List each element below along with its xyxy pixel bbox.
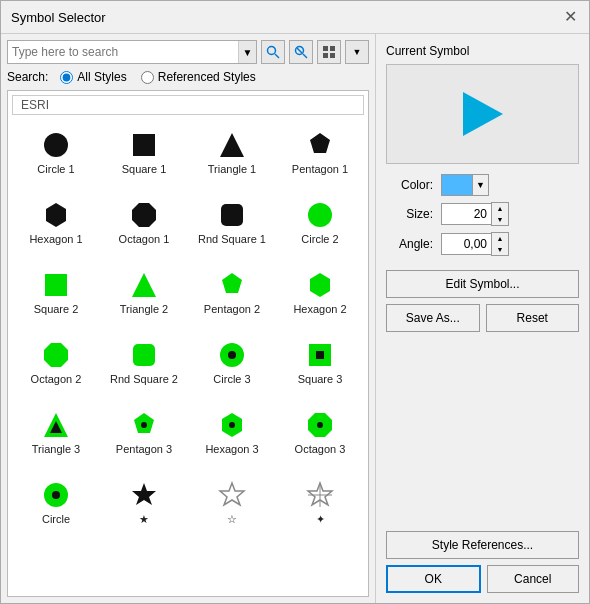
- symbol-icon: [218, 481, 246, 509]
- svg-rect-7: [323, 53, 328, 58]
- current-symbol-icon: [453, 84, 513, 144]
- angle-input[interactable]: 0,00: [441, 233, 491, 255]
- list-item[interactable]: ✦: [276, 469, 364, 539]
- symbol-icon: [218, 271, 246, 299]
- svg-marker-21: [44, 343, 68, 367]
- list-item[interactable]: Square 1: [100, 119, 188, 189]
- color-swatch[interactable]: [441, 174, 473, 196]
- search-input-wrap: ▼: [7, 40, 257, 64]
- list-item[interactable]: Circle: [12, 469, 100, 539]
- svg-rect-5: [323, 46, 328, 51]
- svg-line-4: [297, 48, 302, 53]
- dropdown-options-button[interactable]: ▼: [345, 40, 369, 64]
- color-dropdown-btn[interactable]: ▼: [473, 174, 489, 196]
- symbol-icon: [306, 481, 334, 509]
- svg-marker-12: [310, 133, 330, 153]
- referenced-styles-option[interactable]: Referenced Styles: [141, 70, 256, 84]
- list-item[interactable]: Square 2: [12, 259, 100, 329]
- svg-rect-10: [133, 134, 155, 156]
- symbol-label: ☆: [227, 513, 237, 526]
- svg-point-36: [52, 491, 60, 499]
- list-item[interactable]: Circle 1: [12, 119, 100, 189]
- search-input[interactable]: [8, 45, 238, 59]
- referenced-styles-label: Referenced Styles: [158, 70, 256, 84]
- list-item[interactable]: Hexagon 1: [12, 189, 100, 259]
- svg-point-34: [317, 422, 323, 428]
- search-icon: [266, 45, 280, 59]
- symbol-label: Square 1: [122, 163, 167, 176]
- clear-icon: [294, 45, 308, 59]
- list-item[interactable]: Triangle 2: [100, 259, 188, 329]
- list-item[interactable]: Triangle 1: [188, 119, 276, 189]
- list-item[interactable]: Pentagon 1: [276, 119, 364, 189]
- angle-increment-btn[interactable]: ▲: [492, 233, 508, 244]
- angle-spin-buttons: ▲ ▼: [491, 232, 509, 256]
- list-item[interactable]: Octagon 1: [100, 189, 188, 259]
- style-references-button[interactable]: Style References...: [386, 531, 579, 559]
- list-item[interactable]: ★: [100, 469, 188, 539]
- list-item[interactable]: Pentagon 3: [100, 399, 188, 469]
- size-decrement-btn[interactable]: ▼: [492, 214, 508, 225]
- cancel-button[interactable]: Cancel: [487, 565, 580, 593]
- reset-button[interactable]: Reset: [486, 304, 580, 332]
- symbol-label: Pentagon 2: [204, 303, 260, 316]
- symbol-selector-dialog: Symbol Selector ✕ ▼: [0, 0, 590, 604]
- current-symbol-label: Current Symbol: [386, 44, 579, 58]
- list-item[interactable]: Octagon 2: [12, 329, 100, 399]
- angle-decrement-btn[interactable]: ▼: [492, 244, 508, 255]
- save-as-button[interactable]: Save As...: [386, 304, 480, 332]
- symbol-label: Octagon 3: [295, 443, 346, 456]
- list-item[interactable]: Octagon 3: [276, 399, 364, 469]
- svg-point-16: [308, 203, 332, 227]
- close-button[interactable]: ✕: [562, 9, 579, 25]
- symbol-icon: [218, 201, 246, 229]
- size-row: Size: 20 ▲ ▼: [386, 202, 579, 226]
- symbol-icon: [218, 131, 246, 159]
- symbol-label: Circle: [42, 513, 70, 526]
- list-item[interactable]: Circle 3: [188, 329, 276, 399]
- size-input[interactable]: 20: [441, 203, 491, 225]
- svg-marker-20: [310, 273, 330, 297]
- referenced-styles-radio[interactable]: [141, 71, 154, 84]
- symbols-area: ESRI Circle 1: [7, 90, 369, 597]
- svg-rect-17: [45, 274, 67, 296]
- search-button[interactable]: [261, 40, 285, 64]
- symbol-label: Square 2: [34, 303, 79, 316]
- svg-marker-11: [220, 133, 244, 157]
- list-item[interactable]: Hexagon 2: [276, 259, 364, 329]
- edit-symbol-button[interactable]: Edit Symbol...: [386, 270, 579, 298]
- symbol-label: Triangle 2: [120, 303, 169, 316]
- svg-marker-18: [132, 273, 156, 297]
- radio-group: All Styles Referenced Styles: [60, 70, 255, 84]
- list-item[interactable]: Rnd Square 1: [188, 189, 276, 259]
- clear-search-button[interactable]: [289, 40, 313, 64]
- symbols-scroll[interactable]: ESRI Circle 1: [8, 91, 368, 596]
- ok-button[interactable]: OK: [386, 565, 481, 593]
- list-item[interactable]: Square 3: [276, 329, 364, 399]
- list-item[interactable]: Triangle 3: [12, 399, 100, 469]
- symbol-label: Pentagon 3: [116, 443, 172, 456]
- svg-marker-37: [132, 483, 156, 505]
- svg-marker-13: [46, 203, 66, 227]
- svg-rect-6: [330, 46, 335, 51]
- search-dropdown-btn[interactable]: ▼: [238, 41, 256, 63]
- size-spin: 20 ▲ ▼: [441, 202, 509, 226]
- grid-view-button[interactable]: [317, 40, 341, 64]
- symbol-label: Circle 2: [301, 233, 338, 246]
- symbol-label: Square 3: [298, 373, 343, 386]
- list-item[interactable]: Hexagon 3: [188, 399, 276, 469]
- list-item[interactable]: ☆: [188, 469, 276, 539]
- symbol-label: ★: [139, 513, 149, 526]
- list-item[interactable]: Circle 2: [276, 189, 364, 259]
- symbol-icon: [42, 411, 70, 439]
- list-item[interactable]: Rnd Square 2: [100, 329, 188, 399]
- svg-point-24: [228, 351, 236, 359]
- bottom-buttons: OK Cancel: [386, 565, 579, 593]
- all-styles-option[interactable]: All Styles: [60, 70, 126, 84]
- list-item[interactable]: Pentagon 2: [188, 259, 276, 329]
- symbol-icon: [130, 341, 158, 369]
- svg-rect-15: [221, 204, 243, 226]
- all-styles-radio[interactable]: [60, 71, 73, 84]
- size-increment-btn[interactable]: ▲: [492, 203, 508, 214]
- symbols-grid: Circle 1 Square 1: [12, 119, 364, 539]
